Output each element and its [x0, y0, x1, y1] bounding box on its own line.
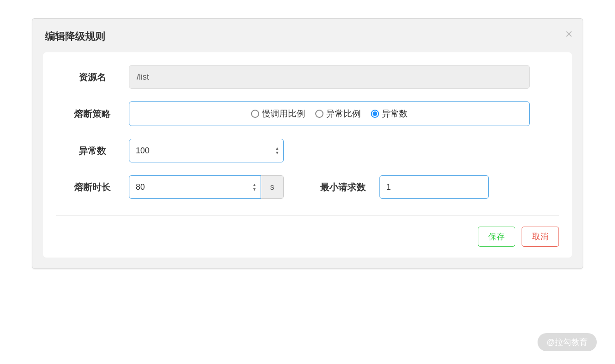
- save-button[interactable]: 保存: [478, 227, 515, 247]
- radio-icon: [315, 110, 323, 118]
- duration-unit: s: [261, 175, 284, 199]
- row-duration-min: 熔断时长 ▲ ▼ s 最小请求数: [56, 175, 559, 199]
- chevron-down-icon[interactable]: ▼: [252, 187, 256, 192]
- strategy-radio-group: 慢调用比例 异常比例 异常数: [129, 101, 530, 126]
- chevron-up-icon[interactable]: ▲: [252, 183, 256, 187]
- exception-count-wrap: ▲ ▼: [129, 139, 284, 162]
- radio-label: 异常比例: [326, 108, 361, 120]
- radio-exception-ratio[interactable]: 异常比例: [315, 108, 361, 120]
- radio-icon-checked: [371, 110, 379, 118]
- close-icon: ×: [565, 27, 573, 41]
- modal-footer: 保存 取消: [56, 227, 559, 247]
- chevron-down-icon[interactable]: ▼: [275, 151, 279, 155]
- divider: [56, 215, 559, 216]
- close-button[interactable]: ×: [565, 28, 573, 40]
- row-resource: 资源名: [56, 65, 559, 89]
- break-duration-wrap: ▲ ▼: [129, 175, 261, 199]
- label-resource: 资源名: [56, 71, 129, 83]
- radio-icon: [251, 110, 259, 118]
- spinner-buttons[interactable]: ▲ ▼: [252, 183, 256, 192]
- min-requests-input[interactable]: [379, 175, 489, 199]
- modal-dialog: 编辑降级规则 × 资源名 熔断策略 慢调用比例: [32, 18, 583, 269]
- watermark-badge: @拉勾教育: [538, 333, 597, 351]
- modal-header: 编辑降级规则 ×: [32, 19, 583, 52]
- break-duration-input[interactable]: [129, 175, 261, 199]
- label-strategy: 熔断策略: [56, 108, 129, 120]
- resource-input: [129, 65, 530, 89]
- label-min-requests: 最小请求数: [320, 181, 366, 193]
- cancel-button[interactable]: 取消: [522, 227, 559, 247]
- label-break-duration: 熔断时长: [56, 181, 129, 193]
- min-requests-group: 最小请求数: [320, 175, 489, 199]
- radio-slow-call-ratio[interactable]: 慢调用比例: [251, 108, 305, 120]
- chevron-up-icon[interactable]: ▲: [275, 147, 279, 151]
- radio-label: 慢调用比例: [262, 108, 305, 120]
- row-exception-count: 异常数 ▲ ▼: [56, 139, 559, 162]
- modal-title: 编辑降级规则: [45, 30, 570, 43]
- row-strategy: 熔断策略 慢调用比例 异常比例 异常数: [56, 101, 559, 126]
- exception-count-input[interactable]: [129, 139, 284, 162]
- radio-label: 异常数: [382, 108, 408, 120]
- modal-body: 资源名 熔断策略 慢调用比例 异常比例: [43, 52, 572, 258]
- radio-exception-count[interactable]: 异常数: [371, 108, 408, 120]
- label-exception-count: 异常数: [56, 145, 129, 157]
- spinner-buttons[interactable]: ▲ ▼: [275, 147, 279, 155]
